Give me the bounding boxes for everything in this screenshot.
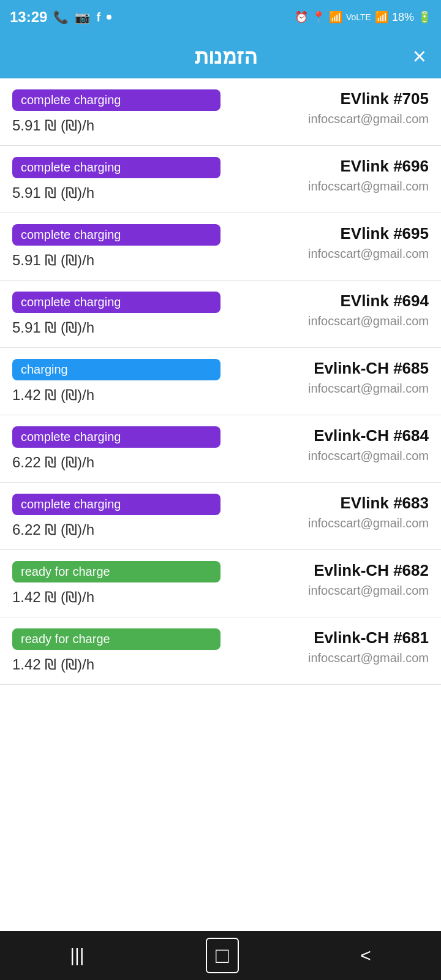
item-right-4: Evlink-CH #685 infocscart@gmail.com bbox=[221, 359, 429, 396]
status-badge-8: ready for charge bbox=[12, 628, 221, 650]
item-left-7: ready for charge 1.42 ₪ (₪)/h bbox=[12, 561, 221, 606]
status-badge-5: complete charging bbox=[12, 426, 221, 448]
item-price-8: 1.42 ₪ (₪)/h bbox=[12, 656, 221, 673]
item-name-7: Evlink-CH #682 bbox=[314, 561, 429, 580]
signal-icon: 📶 bbox=[375, 10, 388, 24]
status-badge-6: complete charging bbox=[12, 494, 221, 515]
item-email-1: infocscart@gmail.com bbox=[308, 179, 429, 194]
item-name-2: EVlink #695 bbox=[340, 224, 429, 243]
battery-percent: 18% bbox=[392, 11, 414, 24]
item-name-8: Evlink-CH #681 bbox=[314, 628, 429, 647]
item-name-5: Evlink-CH #684 bbox=[314, 426, 429, 445]
item-name-0: EVlink #705 bbox=[340, 89, 429, 108]
item-name-3: EVlink #694 bbox=[340, 292, 429, 311]
camera-icon: 📷 bbox=[75, 10, 90, 24]
status-badge-4: charging bbox=[12, 359, 221, 380]
close-button[interactable]: × bbox=[413, 45, 426, 68]
status-left: 13:29 📞 📷 f bbox=[10, 9, 111, 26]
item-price-2: 5.91 ₪ (₪)/h bbox=[12, 252, 221, 269]
list-item[interactable]: complete charging 5.91 ₪ (₪)/h EVlink #6… bbox=[0, 146, 441, 213]
item-left-2: complete charging 5.91 ₪ (₪)/h bbox=[12, 224, 221, 269]
status-right: ⏰ 📍 📶 VoLTE 📶 18% 🔋 bbox=[295, 10, 431, 24]
list-item[interactable]: ready for charge 1.42 ₪ (₪)/h Evlink-CH … bbox=[0, 617, 441, 685]
item-left-5: complete charging 6.22 ₪ (₪)/h bbox=[12, 426, 221, 471]
viber-icon: 📞 bbox=[53, 10, 69, 24]
item-left-3: complete charging 5.91 ₪ (₪)/h bbox=[12, 292, 221, 336]
list-item[interactable]: complete charging 6.22 ₪ (₪)/h EVlink #6… bbox=[0, 483, 441, 550]
list-item[interactable]: complete charging 5.91 ₪ (₪)/h EVlink #6… bbox=[0, 281, 441, 348]
item-left-1: complete charging 5.91 ₪ (₪)/h bbox=[12, 157, 221, 202]
item-price-3: 5.91 ₪ (₪)/h bbox=[12, 319, 221, 336]
header-title: הזמנות bbox=[195, 44, 257, 69]
app-header: הזמנות × bbox=[0, 34, 441, 78]
list-item[interactable]: complete charging 6.22 ₪ (₪)/h Evlink-CH… bbox=[0, 415, 441, 483]
item-price-5: 6.22 ₪ (₪)/h bbox=[12, 454, 221, 471]
status-badge-7: ready for charge bbox=[12, 561, 221, 582]
item-email-4: infocscart@gmail.com bbox=[308, 382, 429, 396]
list-item[interactable]: complete charging 5.91 ₪ (₪)/h EVlink #7… bbox=[0, 78, 441, 146]
item-right-2: EVlink #695 infocscart@gmail.com bbox=[221, 224, 429, 261]
volte-label: VoLTE bbox=[346, 12, 371, 22]
item-left-4: charging 1.42 ₪ (₪)/h bbox=[12, 359, 221, 404]
item-left-8: ready for charge 1.42 ₪ (₪)/h bbox=[12, 628, 221, 673]
item-email-0: infocscart@gmail.com bbox=[308, 112, 429, 126]
status-badge-1: complete charging bbox=[12, 157, 221, 178]
item-email-3: infocscart@gmail.com bbox=[308, 314, 429, 328]
item-right-6: EVlink #683 infocscart@gmail.com bbox=[221, 494, 429, 530]
item-name-6: EVlink #683 bbox=[340, 494, 429, 513]
dot-indicator bbox=[107, 15, 111, 20]
alarm-icon: ⏰ bbox=[295, 10, 308, 24]
item-price-0: 5.91 ₪ (₪)/h bbox=[12, 117, 221, 134]
back-button[interactable]: < bbox=[342, 939, 390, 972]
item-price-6: 6.22 ₪ (₪)/h bbox=[12, 521, 221, 538]
item-price-7: 1.42 ₪ (₪)/h bbox=[12, 589, 221, 606]
wifi-icon: 📶 bbox=[329, 10, 342, 24]
status-time: 13:29 bbox=[10, 9, 47, 26]
item-right-0: EVlink #705 infocscart@gmail.com bbox=[221, 89, 429, 126]
item-email-5: infocscart@gmail.com bbox=[308, 449, 429, 463]
status-badge-0: complete charging bbox=[12, 89, 221, 111]
list-item[interactable]: ready for charge 1.42 ₪ (₪)/h Evlink-CH … bbox=[0, 550, 441, 617]
status-bar: 13:29 📞 📷 f ⏰ 📍 📶 VoLTE 📶 18% 🔋 bbox=[0, 0, 441, 34]
status-badge-2: complete charging bbox=[12, 224, 221, 246]
item-email-6: infocscart@gmail.com bbox=[308, 516, 429, 530]
item-right-5: Evlink-CH #684 infocscart@gmail.com bbox=[221, 426, 429, 463]
bottom-navigation: ||| □ < bbox=[0, 931, 441, 980]
menu-button[interactable]: ||| bbox=[51, 939, 102, 972]
list-item[interactable]: charging 1.42 ₪ (₪)/h Evlink-CH #685 inf… bbox=[0, 348, 441, 415]
item-email-7: infocscart@gmail.com bbox=[308, 584, 429, 598]
item-price-4: 1.42 ₪ (₪)/h bbox=[12, 386, 221, 404]
item-right-1: EVlink #696 infocscart@gmail.com bbox=[221, 157, 429, 194]
item-left-0: complete charging 5.91 ₪ (₪)/h bbox=[12, 89, 221, 134]
item-name-4: Evlink-CH #685 bbox=[314, 359, 429, 378]
item-right-3: EVlink #694 infocscart@gmail.com bbox=[221, 292, 429, 328]
item-email-8: infocscart@gmail.com bbox=[308, 651, 429, 665]
list-item[interactable]: complete charging 5.91 ₪ (₪)/h EVlink #6… bbox=[0, 213, 441, 281]
battery-icon: 🔋 bbox=[418, 10, 431, 24]
item-right-8: Evlink-CH #681 infocscart@gmail.com bbox=[221, 628, 429, 665]
status-badge-3: complete charging bbox=[12, 292, 221, 313]
item-left-6: complete charging 6.22 ₪ (₪)/h bbox=[12, 494, 221, 538]
location-icon: 📍 bbox=[312, 10, 325, 24]
item-email-2: infocscart@gmail.com bbox=[308, 247, 429, 261]
reservations-list: complete charging 5.91 ₪ (₪)/h EVlink #7… bbox=[0, 78, 441, 931]
facebook-icon: f bbox=[96, 10, 100, 24]
item-right-7: Evlink-CH #682 infocscart@gmail.com bbox=[221, 561, 429, 598]
item-name-1: EVlink #696 bbox=[340, 157, 429, 176]
item-price-1: 5.91 ₪ (₪)/h bbox=[12, 184, 221, 202]
home-button[interactable]: □ bbox=[206, 938, 239, 973]
